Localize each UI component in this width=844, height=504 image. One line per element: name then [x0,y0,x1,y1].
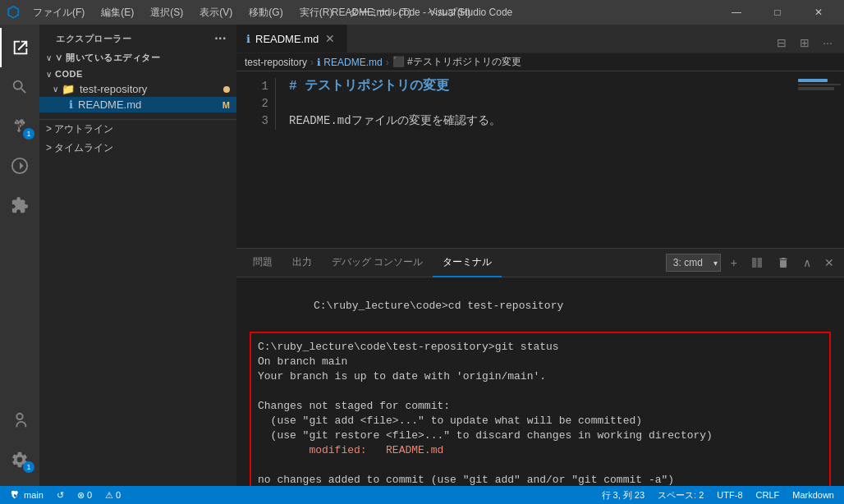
terminal-cd-line: C:\ruby_lecture\code>cd test-repository [250,284,831,328]
editor-content[interactable]: 1 # テストリポジトリの変更 2 3 README.mdファイルの変更を確認す… [236,71,795,248]
code-section-header[interactable]: ∨ CODE [39,66,236,81]
code-section-arrow: ∨ [46,70,52,79]
terminal-changes-line: Changes not staged for commit: [258,399,823,414]
menu-go[interactable]: 移動(G) [242,4,289,21]
terminal-use-restore-line: (use "git restore <file>..." to discard … [258,428,823,443]
status-line-ending-label: CRLF [756,490,780,500]
terminal-close-button[interactable]: ✕ [821,254,837,271]
terminal-split-button[interactable] [747,254,767,271]
open-editors-arrow: ∨ [46,53,52,62]
status-encoding[interactable]: UTF-8 [713,486,745,504]
run-debug-activity-icon[interactable] [0,146,39,186]
main-layout: 1 1 エクスプローラー ··· ∨ ∨ 開いているエディタ [0,25,844,486]
settings-activity-icon[interactable]: 1 [0,440,39,479]
panel-tab-terminal-label: ターミナル [443,255,492,269]
terminal-trash-button[interactable] [773,254,793,271]
status-line-col[interactable]: 行 3, 列 23 [599,486,649,504]
search-activity-icon[interactable] [0,67,39,107]
menu-select[interactable]: 選択(S) [144,4,190,21]
terminal-empty-line1 [258,384,823,399]
terminal-content[interactable]: C:\ruby_lecture\code>cd test-repository … [236,277,844,486]
status-spaces-label: スペース: 2 [658,489,704,502]
tab-more-btn[interactable]: ··· [818,33,837,53]
line-number-1: 1 [250,78,276,95]
breadcrumb-part2[interactable]: ℹ README.md [317,57,383,68]
status-language-label: Markdown [792,490,834,500]
source-control-badge: 1 [23,128,34,140]
line-content-3: README.mdファイルの変更を確認する。 [289,112,782,130]
status-warnings-label: ⚠ 0 [105,490,121,501]
breadcrumb-sep2: › [386,57,389,68]
status-bar-left: main ↺ ⊗ 0 ⚠ 0 [7,486,124,504]
tab-file-icon: ℹ [246,33,250,45]
outline-label: > アウトライン [46,122,113,136]
accounts-activity-icon[interactable] [0,401,39,440]
sidebar-bottom-sections: > アウトライン > タイムライン [39,119,236,158]
folder-icon: 📁 [62,83,75,95]
status-line-ending[interactable]: CRLF [753,486,783,504]
status-warnings[interactable]: ⚠ 0 [102,486,124,504]
editor-body: 1 # テストリポジトリの変更 2 3 README.mdファイルの変更を確認す… [236,71,844,248]
panel: 問題 出力 デバッグ コンソール ターミナル 3: cmd ▾ [236,248,844,486]
status-errors[interactable]: ⊗ 0 [74,486,95,504]
status-language[interactable]: Markdown [789,486,837,504]
outline-section-header[interactable]: > アウトライン [39,120,236,139]
sidebar-more-button[interactable]: ··· [214,31,227,46]
folder-test-repository[interactable]: ∨ 📁 test-repository [39,81,236,97]
status-spaces[interactable]: スペース: 2 [654,486,707,504]
terminal-no-changes-line: no changes added to commit (use "git add… [258,473,823,486]
line-content-1: # テストリポジトリの変更 [289,78,782,95]
code-section-label: CODE [55,69,83,79]
tab-bar-actions: ⊟ ⊞ ··· [765,33,844,53]
panel-tab-debug[interactable]: デバッグ コンソール [322,249,433,277]
panel-tab-actions: 3: cmd ▾ + ∧ ✕ [666,254,837,272]
line-number-2: 2 [250,95,276,112]
status-sync[interactable]: ↺ [53,486,67,504]
minimize-button[interactable]: — [718,0,755,25]
activity-bar: 1 1 [0,25,39,486]
sidebar-title: エクスプローラー ··· [39,25,236,49]
extensions-activity-icon[interactable] [0,186,39,225]
tab-close-button[interactable]: ✕ [323,32,337,45]
editor-tab-bar: ℹ README.md ✕ ⊟ ⊞ ··· [236,25,844,53]
close-button[interactable]: ✕ [800,0,837,25]
menu-file[interactable]: ファイル(F) [26,4,91,21]
folder-arrow-icon: ∨ [53,85,58,94]
terminal-empty-line2 [258,458,823,473]
terminal-add-button[interactable]: + [727,254,741,271]
panel-tab-problems[interactable]: 問題 [243,249,282,277]
sync-icon: ↺ [57,490,64,501]
source-control-activity-icon[interactable]: 1 [0,107,39,146]
code-line-2: 2 [236,95,795,112]
panel-tab-output[interactable]: 出力 [282,249,322,277]
window-title: README.md - code - Visual Studio Code [332,7,513,18]
breadcrumb-sep1: › [310,57,314,68]
title-bar: ⬡ ファイル(F) 編集(E) 選択(S) 表示(V) 移動(G) 実行(R) … [0,0,844,25]
explorer-activity-icon[interactable] [0,28,39,67]
terminal-git-status-box: C:\ruby_lecture\code\test-repository>git… [250,332,831,486]
status-branch[interactable]: main [7,486,47,504]
terminal-select[interactable]: 3: cmd [666,254,721,272]
status-bar-right: 行 3, 列 23 スペース: 2 UTF-8 CRLF Markdown [599,486,837,504]
menu-view[interactable]: 表示(V) [193,4,239,21]
panel-tab-terminal[interactable]: ターミナル [433,249,502,277]
maximize-button[interactable]: □ [759,0,796,25]
tab-filename: README.md [255,33,319,45]
open-editors-label: ∨ 開いているエディター [55,52,160,64]
menu-edit[interactable]: 編集(E) [94,4,140,21]
window-controls: — □ ✕ [718,0,837,25]
terminal-use-add-line: (use "git add <file>..." to update what … [258,414,823,428]
tab-layout-btn1[interactable]: ⊟ [772,33,791,53]
tab-readme[interactable]: ℹ README.md ✕ [236,25,347,53]
file-readme[interactable]: ℹ README.md M [39,97,236,112]
open-editors-header[interactable]: ∨ ∨ 開いているエディター [39,49,236,66]
minimap-line [798,79,828,82]
breadcrumb-part1[interactable]: test-repository [245,57,307,68]
line-number-3: 3 [250,112,276,130]
code-line-3: 3 README.mdファイルの変更を確認する。 [236,112,795,130]
timeline-section-header[interactable]: > タイムライン [39,139,236,158]
terminal-modified-line: modified: README.md [258,443,823,458]
tab-layout-btn2[interactable]: ⊞ [795,33,814,53]
terminal-chevron-up-button[interactable]: ∧ [800,254,814,271]
breadcrumb-part3[interactable]: ⬛ #テストリポジトリの変更 [392,55,521,69]
